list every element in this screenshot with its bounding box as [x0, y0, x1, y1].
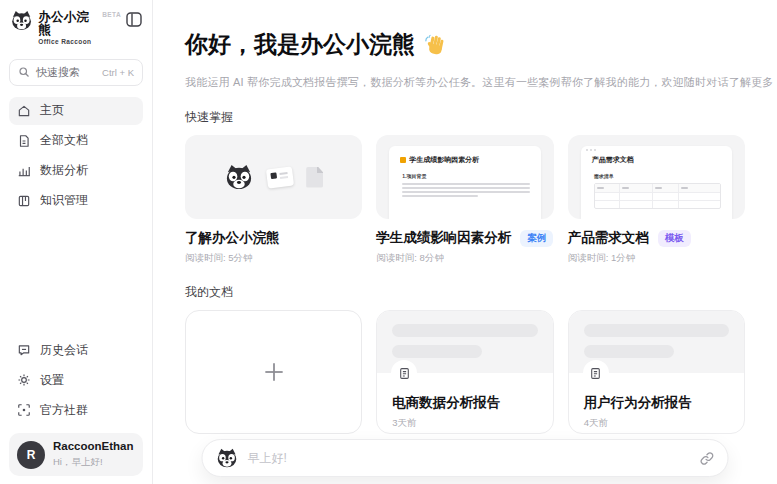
skeleton-bar: [392, 345, 482, 358]
my-docs-grid: 电商数据分析报告 3天前 用户行为分析报告 4天前: [185, 310, 745, 434]
card-read-time: 阅读时间: 1分钟: [568, 252, 745, 265]
sidebar-nav: 主页 全部文档 数据分析: [9, 97, 143, 215]
text-line: [402, 187, 529, 189]
case-badge: 案例: [520, 230, 553, 247]
card-product-requirements[interactable]: 产品需求文档 需求清单 产品需求文档 模板 阅读时间: 1分钟: [568, 135, 745, 265]
user-info: RaccoonEthan Hi，早上好!: [53, 440, 134, 469]
sidebar-item-label: 数据分析: [40, 162, 88, 179]
chart-doc-icon: [400, 157, 406, 163]
plus-icon: [261, 359, 287, 385]
card-student-score-analysis[interactable]: 学生成绩影响因素分析 1.项目背景 学生成绩影响因素分析 案例 阅读时间: 8分…: [376, 135, 553, 265]
raccoon-logo-icon: [10, 10, 33, 31]
document-preview: 产品需求文档 需求清单: [581, 146, 732, 219]
sidebar-item-label: 知识管理: [40, 192, 88, 209]
card-title: 产品需求文档: [568, 229, 649, 247]
page-title: 你好，我是办公小浣熊: [185, 29, 415, 60]
section-title-my-docs: 我的文档: [185, 284, 745, 301]
doc-time: 3天前: [392, 417, 537, 430]
app-subtitle: Office Raccoon: [38, 39, 121, 46]
card-about-raccoon[interactable]: 了解办公小浣熊 阅读时间: 5分钟: [185, 135, 362, 265]
sidebar-item-label: 全部文档: [40, 132, 88, 149]
search-shortcut: Ctrl + K: [102, 67, 134, 78]
card-thumbnail: 产品需求文档 需求清单: [568, 135, 745, 219]
doc-card-user-behavior-report[interactable]: 用户行为分析报告 4天前: [568, 310, 745, 434]
user-name: RaccoonEthan: [53, 440, 134, 454]
raccoon-avatar-icon: [216, 448, 239, 468]
skeleton-bar: [584, 345, 674, 358]
sidebar: 办公小浣熊 BETA Office Raccoon 快速搜索 Ctrl + K: [0, 0, 153, 484]
quick-start-grid: 了解办公小浣熊 阅读时间: 5分钟 学生成绩影响因素分析 1.项目背景: [185, 135, 745, 265]
app-title: 办公小浣熊: [38, 11, 99, 36]
doc-time: 4天前: [584, 417, 729, 430]
waving-hand-icon: [421, 30, 449, 58]
chat-input[interactable]: [248, 451, 691, 465]
community-icon: [17, 403, 31, 417]
home-icon: [17, 104, 31, 118]
card-title: 学生成绩影响因素分析: [376, 229, 511, 247]
chat-input-bar[interactable]: [202, 439, 729, 477]
history-chat-icon: [17, 343, 31, 357]
sidebar-item-all-docs[interactable]: 全部文档: [9, 127, 143, 155]
user-card[interactable]: R RaccoonEthan Hi，早上好!: [9, 433, 143, 476]
text-line: [402, 195, 478, 197]
section-title-quick-start: 快速掌握: [185, 109, 745, 126]
app-window: 办公小浣熊 BETA Office Raccoon 快速搜索 Ctrl + K: [0, 0, 777, 484]
skeleton-bar: [584, 324, 729, 337]
chat-card-icon: [266, 166, 294, 188]
search-box[interactable]: 快速搜索 Ctrl + K: [9, 59, 143, 86]
template-badge: 模板: [658, 230, 691, 247]
preview-section: 需求清单: [594, 173, 723, 179]
user-greeting: Hi，早上好!: [53, 456, 134, 469]
knowledge-icon: [17, 194, 31, 208]
doc-type-badge: [391, 360, 417, 386]
app-logo: 办公小浣熊 BETA Office Raccoon: [9, 8, 143, 46]
sidebar-item-community[interactable]: 官方社群: [9, 396, 143, 424]
sidebar-item-data-analysis[interactable]: 数据分析: [9, 157, 143, 185]
document-icon: [398, 367, 411, 380]
search-placeholder: 快速搜索: [36, 65, 80, 80]
avatar: R: [17, 441, 45, 469]
collapse-sidebar-button[interactable]: [126, 10, 142, 27]
sidebar-item-label: 历史会话: [40, 342, 88, 359]
window-dots: [586, 149, 596, 151]
new-document-button[interactable]: [185, 310, 362, 434]
text-line: [402, 191, 529, 193]
sidebar-item-knowledge[interactable]: 知识管理: [9, 187, 143, 215]
main-content: 你好，我是办公小浣熊 我能运用 AI 帮你完成文档报告撰写，数据分析等办公任务。…: [153, 0, 777, 484]
bar-chart-icon: [17, 164, 31, 178]
document-preview: 学生成绩影响因素分析 1.项目背景: [389, 146, 540, 219]
attach-link-button[interactable]: [700, 451, 715, 466]
page-icon: [306, 167, 323, 188]
sidebar-item-label: 官方社群: [40, 402, 88, 419]
link-icon: [700, 451, 715, 466]
collapse-sidebar-icon: [126, 12, 142, 27]
gear-icon: [17, 373, 31, 387]
beta-badge: BETA: [102, 12, 121, 19]
preview-table: [594, 183, 721, 209]
preview-section: 1.项目背景: [402, 173, 531, 179]
card-thumbnail: 学生成绩影响因素分析 1.项目背景: [376, 135, 553, 219]
doc-type-badge: [583, 360, 609, 386]
doc-title: 用户行为分析报告: [584, 394, 729, 412]
document-icon: [17, 134, 31, 148]
skeleton-bar: [392, 324, 537, 337]
sidebar-item-settings[interactable]: 设置: [9, 366, 143, 394]
card-read-time: 阅读时间: 8分钟: [376, 252, 553, 265]
preview-title: 产品需求文档: [592, 155, 723, 165]
doc-title: 电商数据分析报告: [392, 394, 537, 412]
card-read-time: 阅读时间: 5分钟: [185, 252, 362, 265]
raccoon-icon: [224, 164, 254, 190]
intro-text: 我能运用 AI 帮你完成文档报告撰写，数据分析等办公任务。这里有一些案例帮你了解…: [185, 75, 745, 90]
sidebar-item-history[interactable]: 历史会话: [9, 336, 143, 364]
sidebar-item-label: 设置: [40, 372, 64, 389]
doc-card-ecommerce-report[interactable]: 电商数据分析报告 3天前: [376, 310, 553, 434]
sidebar-item-label: 主页: [40, 102, 64, 119]
search-icon: [18, 66, 30, 78]
preview-title: 学生成绩影响因素分析: [400, 155, 531, 165]
text-line: [402, 183, 529, 185]
app-logo-text: 办公小浣熊 BETA Office Raccoon: [38, 11, 121, 46]
card-title: 了解办公小浣熊: [185, 229, 280, 247]
card-thumbnail: [185, 135, 362, 219]
sidebar-item-home[interactable]: 主页: [9, 97, 143, 125]
sidebar-footer-nav: 历史会话 设置 官方社群: [9, 336, 143, 424]
